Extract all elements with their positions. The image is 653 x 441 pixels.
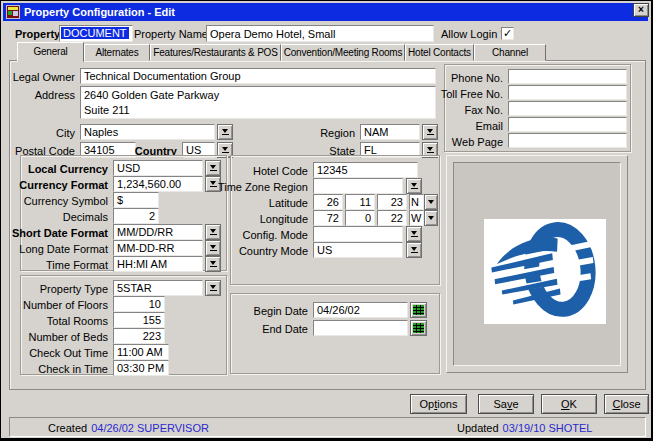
options-button[interactable]: Options <box>410 394 467 414</box>
local-currency-field[interactable] <box>113 160 203 176</box>
property-type-lov-button[interactable] <box>205 280 221 296</box>
legal-owner-label: Legal Owner <box>13 71 75 84</box>
tab-general[interactable]: General <box>17 42 84 62</box>
longitude-hemisphere-dropdown[interactable] <box>424 210 438 226</box>
lov-arrow-icon <box>411 247 417 251</box>
begin-date-field[interactable] <box>313 302 408 318</box>
longitude-min-field[interactable] <box>345 210 375 226</box>
address-label: Address <box>35 89 75 102</box>
email-field[interactable] <box>508 117 627 132</box>
lov-arrow-icon <box>222 129 228 133</box>
property-name-field[interactable] <box>206 25 434 42</box>
longitude-label: Longitude <box>260 213 308 226</box>
longitude-hemisphere-field[interactable] <box>409 210 424 226</box>
lov-arrow-icon <box>411 231 417 235</box>
decimals-label: Decimals <box>63 211 108 224</box>
local-currency-label: Local Currency <box>28 163 108 176</box>
city-label: City <box>56 127 75 140</box>
property-name-label: Property Name <box>134 28 208 41</box>
save-button[interactable]: Save <box>478 394 534 414</box>
phone-field[interactable] <box>508 69 627 84</box>
longitude-deg-field[interactable] <box>313 210 343 226</box>
email-label: Email <box>475 120 503 133</box>
config-mode-field[interactable] <box>313 226 403 242</box>
title-bar: Property Configuration - Edit <box>3 3 648 21</box>
longitude-sec-field[interactable] <box>377 210 407 226</box>
tab-convention-meeting-rooms[interactable]: Convention/Meeting Rooms <box>281 44 405 61</box>
decimals-field[interactable] <box>113 208 159 224</box>
check-out-time-label: Check Out Time <box>29 347 108 360</box>
lov-arrow-icon <box>210 245 216 249</box>
tab-alternates[interactable]: Alternates <box>84 44 150 61</box>
time-zone-region-label: Time Zone Region <box>218 181 308 194</box>
tab-features-restaurants-pos[interactable]: Features/Restaurants & POS <box>150 44 281 61</box>
hotel-code-field[interactable] <box>313 162 418 178</box>
toll-free-field[interactable] <box>508 85 627 100</box>
end-date-field[interactable] <box>313 320 408 336</box>
config-mode-lov-button[interactable] <box>406 226 422 242</box>
time-zone-region-field[interactable] <box>313 178 403 194</box>
lov-arrow-icon <box>210 261 216 265</box>
allow-login-checkbox[interactable]: ✓ <box>501 27 514 40</box>
close-icon[interactable]: × <box>633 3 649 17</box>
country-mode-lov-button[interactable] <box>406 242 422 258</box>
fax-field[interactable] <box>508 101 627 116</box>
long-date-format-field[interactable] <box>113 240 203 256</box>
property-selected-text: DOCUMENT <box>61 27 129 39</box>
long-date-format-lov-button[interactable] <box>205 240 221 256</box>
check-in-time-label: Check in Time <box>38 363 108 376</box>
web-page-field[interactable] <box>508 133 627 148</box>
tab-hotel-contacts[interactable]: Hotel Contacts <box>405 44 474 61</box>
currency-format-label: Currency Format <box>19 179 108 192</box>
short-date-format-lov-button[interactable] <box>205 224 221 240</box>
total-rooms-field[interactable] <box>113 312 165 328</box>
close-button[interactable]: Close <box>604 394 649 414</box>
check-out-time-field[interactable] <box>113 344 169 360</box>
time-zone-region-lov-button[interactable] <box>406 178 422 194</box>
short-date-format-label: Short Date Format <box>12 227 108 240</box>
toll-free-label: Toll Free No. <box>441 88 503 101</box>
currency-symbol-field[interactable] <box>113 192 159 208</box>
ok-button[interactable]: OK <box>541 394 597 414</box>
tab-channel[interactable]: Channel <box>474 44 546 61</box>
latitude-min-field[interactable] <box>345 194 375 210</box>
city-field[interactable] <box>80 124 215 140</box>
created-label: Created <box>48 422 87 434</box>
total-rooms-label: Total Rooms <box>47 315 108 328</box>
number-of-floors-field[interactable] <box>113 296 165 312</box>
city-lov-button[interactable] <box>217 124 233 140</box>
region-field[interactable] <box>360 124 420 140</box>
short-date-format-field[interactable] <box>113 224 203 240</box>
check-in-time-field[interactable] <box>113 360 169 376</box>
lov-arrow-icon <box>222 147 228 151</box>
country-mode-field[interactable] <box>313 242 403 258</box>
latitude-hemisphere-dropdown[interactable] <box>424 194 438 210</box>
address-field[interactable]: 2640 Golden Gate Parkway Suite 211 <box>80 86 436 119</box>
long-date-format-label: Long Date Format <box>19 243 108 256</box>
time-format-lov-button[interactable] <box>205 256 221 272</box>
local-currency-lov-button[interactable] <box>205 160 221 176</box>
latitude-sec-field[interactable] <box>377 194 407 210</box>
latitude-deg-field[interactable] <box>313 194 343 210</box>
tab-bar: General Alternates Features/Restaurants … <box>17 42 546 61</box>
address-line-2: Suite 211 <box>84 103 432 118</box>
status-bar: Created04/26/02 SUPERVISOR Updated03/19/… <box>9 417 646 437</box>
legal-owner-field[interactable] <box>80 68 436 84</box>
lov-arrow-icon <box>411 183 417 187</box>
latitude-hemisphere-field[interactable] <box>409 194 424 210</box>
hotel-group: Hotel Code Time Zone Region Latitude Lon… <box>230 155 440 285</box>
region-lov-button[interactable] <box>422 124 438 140</box>
number-of-floors-label: Number of Floors <box>23 299 108 312</box>
time-format-field[interactable] <box>113 256 203 272</box>
property-type-label: Property Type <box>40 283 108 296</box>
currency-format-field[interactable] <box>113 176 203 192</box>
end-date-calendar-button[interactable] <box>410 320 427 336</box>
begin-date-calendar-button[interactable] <box>410 302 427 318</box>
window-icon <box>6 5 20 19</box>
property-details-group: Property Type Number of Floors Total Roo… <box>20 275 227 375</box>
lov-arrow-icon <box>210 181 216 185</box>
property-type-field[interactable] <box>113 280 203 296</box>
number-of-beds-field[interactable] <box>113 328 165 344</box>
property-field[interactable]: DOCUMENT <box>59 25 133 42</box>
lov-arrow-icon <box>210 285 216 289</box>
